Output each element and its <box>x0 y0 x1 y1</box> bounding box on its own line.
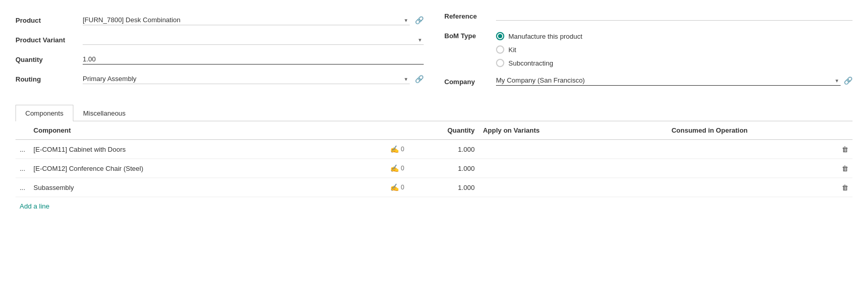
product-dropdown-wrapper[interactable]: [FURN_7800] Desk Combination ▾ <box>83 15 410 25</box>
row2-component[interactable]: [E-COM12] Conference Chair (Steel) <box>29 159 386 178</box>
product-label: Product <box>16 17 83 24</box>
routing-field-row: Routing Primary Assembly ▾ 🔗 <box>16 69 424 89</box>
product-variant-select[interactable] <box>83 35 424 45</box>
routing-value-wrapper: Primary Assembly ▾ 🔗 <box>83 74 424 84</box>
company-dropdown-wrapper[interactable]: My Company (San Francisco) ▾ <box>496 75 841 86</box>
row1-copy-count: 0 <box>401 146 405 153</box>
row1-dots[interactable]: ... <box>16 140 29 159</box>
product-variant-value-wrapper: ▾ <box>83 35 424 45</box>
add-line-button[interactable]: Add a line <box>16 197 54 215</box>
row3-quantity[interactable]: 1.000 <box>427 178 479 197</box>
bom-kit-label: Kit <box>508 46 516 54</box>
bom-subcontracting-label: Subcontracting <box>508 59 553 67</box>
row2-copy-icon: ✍ <box>390 164 399 172</box>
row2-dots[interactable]: ... <box>16 159 29 178</box>
product-variant-label: Product Variant <box>16 36 83 44</box>
company-label: Company <box>444 76 496 86</box>
row1-consumed-in-operation[interactable] <box>582 140 837 159</box>
tab-miscellaneous[interactable]: Miscellaneous <box>73 105 135 121</box>
col-apply-on-variants-header: Apply on Variants <box>479 121 582 140</box>
product-field-row: Product [FURN_7800] Desk Combination ▾ 🔗 <box>16 10 424 30</box>
bom-subcontracting-option[interactable]: Subcontracting <box>496 59 853 67</box>
row1-delete-button[interactable]: 🗑 <box>837 140 853 159</box>
row2-apply-on-variants[interactable] <box>479 159 582 178</box>
bom-manufacture-radio[interactable] <box>496 32 504 40</box>
company-value-wrapper: My Company (San Francisco) ▾ <box>496 75 841 86</box>
col-consumed-in-operation-header: Consumed in Operation <box>582 121 837 140</box>
row3-copy-count: 0 <box>401 184 405 191</box>
table-row: ... Subassembly ✍ 0 1.000 🗑 <box>16 178 853 197</box>
company-select[interactable]: My Company (San Francisco) <box>496 75 841 86</box>
routing-external-link-icon[interactable]: 🔗 <box>415 75 424 83</box>
bom-type-label: BoM Type <box>444 30 496 40</box>
tabs-section: Components Miscellaneous Component Quant… <box>16 104 853 215</box>
col-copy-header <box>386 121 427 140</box>
reference-label: Reference <box>444 10 496 20</box>
col-component-header: Component <box>29 121 386 140</box>
col-dots <box>16 121 29 140</box>
tabs-header: Components Miscellaneous <box>16 104 853 121</box>
row1-copy-icon: ✍ <box>390 145 399 153</box>
company-external-link-icon[interactable]: 🔗 <box>844 76 853 85</box>
row3-consumed-in-operation[interactable] <box>582 178 837 197</box>
product-select[interactable]: [FURN_7800] Desk Combination <box>83 15 410 25</box>
row2-copy-count: 0 <box>401 165 405 172</box>
row3-component[interactable]: Subassembly <box>29 178 386 197</box>
bom-kit-radio[interactable] <box>496 45 504 54</box>
quantity-input[interactable] <box>83 54 424 65</box>
row3-apply-on-variants[interactable] <box>479 178 582 197</box>
tab-components[interactable]: Components <box>16 105 73 121</box>
components-table: Component Quantity Apply on Variants Con… <box>16 121 853 197</box>
left-column: Product [FURN_7800] Desk Combination ▾ 🔗… <box>16 10 424 89</box>
table-header-row: Component Quantity Apply on Variants Con… <box>16 121 853 140</box>
routing-label: Routing <box>16 75 83 83</box>
routing-dropdown-wrapper[interactable]: Primary Assembly ▾ <box>83 74 410 84</box>
row3-dots[interactable]: ... <box>16 178 29 197</box>
bom-kit-option[interactable]: Kit <box>496 45 853 54</box>
row1-component[interactable]: [E-COM11] Cabinet with Doors <box>29 140 386 159</box>
table-row: ... [E-COM12] Conference Chair (Steel) ✍… <box>16 159 853 178</box>
row2-consumed-in-operation[interactable] <box>582 159 837 178</box>
col-quantity-header: Quantity <box>427 121 479 140</box>
product-variant-dropdown-wrapper[interactable]: ▾ <box>83 35 424 45</box>
row3-delete-button[interactable]: 🗑 <box>837 178 853 197</box>
row1-apply-on-variants[interactable] <box>479 140 582 159</box>
company-field-row: Company My Company (San Francisco) ▾ 🔗 <box>444 75 853 86</box>
row3-copy-icon: ✍ <box>390 183 399 191</box>
row1-copy-badge[interactable]: ✍ 0 <box>386 140 427 159</box>
right-column: Reference BoM Type Manufacture this prod… <box>444 10 853 89</box>
reference-input[interactable] <box>496 10 853 21</box>
routing-select[interactable]: Primary Assembly <box>83 74 410 84</box>
quantity-label: Quantity <box>16 56 83 63</box>
row3-copy-badge[interactable]: ✍ 0 <box>386 178 427 197</box>
reference-value-wrapper <box>496 10 853 21</box>
bom-manufacture-option[interactable]: Manufacture this product <box>496 32 853 40</box>
product-variant-field-row: Product Variant ▾ <box>16 30 424 50</box>
product-value-wrapper: [FURN_7800] Desk Combination ▾ 🔗 <box>83 15 424 25</box>
row2-copy-badge[interactable]: ✍ 0 <box>386 159 427 178</box>
bom-type-radio-group: Manufacture this product Kit Subcontract… <box>496 30 853 67</box>
bom-subcontracting-radio[interactable] <box>496 59 504 67</box>
reference-field-row: Reference <box>444 10 853 30</box>
row2-delete-button[interactable]: 🗑 <box>837 159 853 178</box>
row2-quantity[interactable]: 1.000 <box>427 159 479 178</box>
quantity-field-row: Quantity <box>16 50 424 69</box>
table-row: ... [E-COM11] Cabinet with Doors ✍ 0 1.0… <box>16 140 853 159</box>
col-delete-header <box>837 121 853 140</box>
row1-quantity[interactable]: 1.000 <box>427 140 479 159</box>
quantity-value-wrapper <box>83 54 424 65</box>
bom-manufacture-label: Manufacture this product <box>508 33 582 40</box>
product-external-link-icon[interactable]: 🔗 <box>415 16 424 24</box>
bom-type-field-row: BoM Type Manufacture this product Kit Su… <box>444 30 853 67</box>
